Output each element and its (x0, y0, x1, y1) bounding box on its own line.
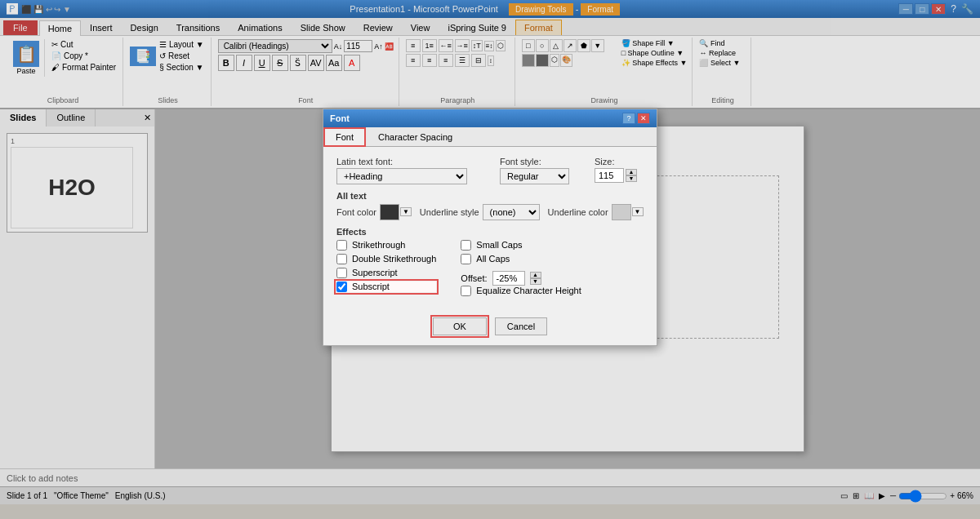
modal-title-bar: Font ? ✕ (323, 109, 657, 127)
subscript-label: Subscript (352, 282, 390, 291)
subscript-checkbox[interactable] (336, 282, 347, 292)
effects-grid: Strikethrough Double Strikethrough Super… (336, 240, 644, 299)
font-style-select[interactable]: Regular (500, 168, 569, 184)
all-text-section: All text (336, 191, 644, 201)
all-caps-label: All Caps (476, 254, 510, 264)
underline-color-label: Underline color (548, 207, 608, 217)
modal-overlay: Font ? ✕ Font Character Spacing Latin te… (0, 0, 980, 519)
all-caps-row: All Caps (461, 254, 581, 264)
small-caps-row: Small Caps (461, 240, 581, 251)
double-strikethrough-row: Double Strikethrough (336, 254, 436, 264)
font-style-label: Font style: (500, 157, 581, 166)
offset-spinner-up[interactable]: ▲ (530, 272, 541, 278)
font-dialog: Font ? ✕ Font Character Spacing Latin te… (323, 109, 657, 346)
equalize-height-label: Equalize Character Height (476, 286, 581, 295)
font-size-dialog-input[interactable] (595, 168, 624, 183)
font-color-dropdown[interactable]: ▼ (400, 207, 412, 216)
modal-body: Latin text font: +Heading Font style: Re… (323, 147, 657, 309)
offset-spinner-down[interactable]: ▼ (530, 278, 541, 285)
ok-button[interactable]: OK (433, 317, 487, 335)
size-spinner-up[interactable]: ▲ (626, 169, 637, 175)
strikethrough-row: Strikethrough (336, 240, 436, 251)
all-caps-checkbox[interactable] (461, 254, 471, 264)
modal-title: Font (330, 113, 350, 123)
modal-help-button[interactable]: ? (622, 113, 635, 124)
cancel-button[interactable]: Cancel (495, 317, 547, 335)
superscript-checkbox[interactable] (336, 268, 347, 278)
underline-style-label: Underline style (420, 207, 479, 217)
equalize-height-row: Equalize Character Height (461, 286, 581, 296)
latin-font-label: Latin text font: (336, 157, 487, 166)
strikethrough-label: Strikethrough (352, 240, 405, 250)
modal-tab-font[interactable]: Font (323, 127, 366, 147)
subscript-row: Subscript (336, 282, 436, 292)
modal-close-button[interactable]: ✕ (637, 113, 650, 124)
modal-footer: OK Cancel (323, 309, 657, 345)
underline-color-dropdown[interactable]: ▼ (632, 207, 644, 216)
underline-color-swatch (612, 204, 631, 220)
offset-label: Offset: (461, 273, 487, 283)
equalize-height-checkbox[interactable] (461, 286, 471, 296)
superscript-row: Superscript (336, 268, 436, 278)
double-strikethrough-checkbox[interactable] (336, 254, 347, 264)
effects-col-right: Small Caps All Caps Offset: ▲ ▼ (461, 240, 581, 299)
size-label: Size: (595, 157, 644, 166)
offset-input[interactable] (492, 271, 525, 286)
font-family-dialog-select[interactable]: +Heading (336, 168, 467, 184)
modal-tabs: Font Character Spacing (323, 127, 657, 147)
strikethrough-checkbox[interactable] (336, 240, 347, 251)
modal-tab-char-spacing[interactable]: Character Spacing (366, 127, 465, 146)
small-caps-checkbox[interactable] (461, 240, 471, 251)
effects-col-left: Strikethrough Double Strikethrough Super… (336, 240, 436, 299)
double-strikethrough-label: Double Strikethrough (352, 254, 436, 264)
underline-style-select[interactable]: (none) (483, 204, 540, 220)
small-caps-label: Small Caps (476, 240, 522, 250)
superscript-label: Superscript (352, 268, 398, 277)
font-color-swatch (380, 204, 399, 220)
effects-section: Effects (336, 227, 644, 237)
font-color-label: Font color (336, 207, 376, 217)
size-spinner-down[interactable]: ▼ (626, 175, 637, 182)
